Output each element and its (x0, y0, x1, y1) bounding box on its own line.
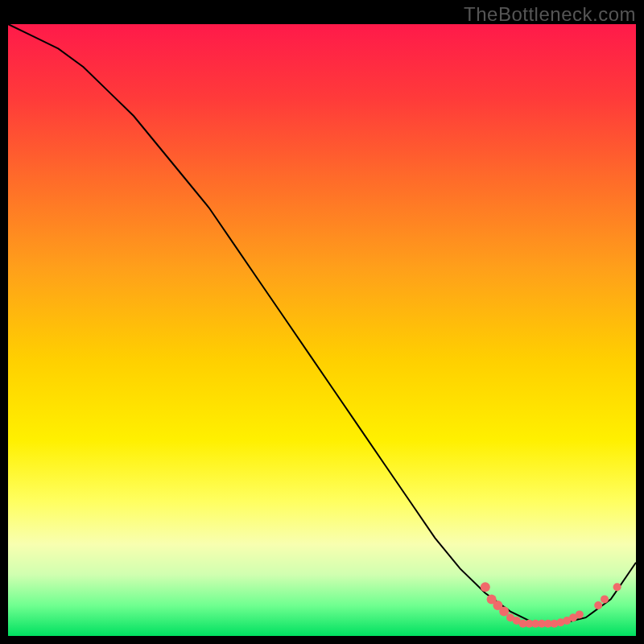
data-marker (576, 610, 584, 618)
data-marker (613, 583, 621, 591)
marker-group (481, 582, 621, 628)
curve-layer (8, 24, 636, 636)
data-marker (481, 582, 490, 592)
data-marker (594, 601, 602, 609)
main-curve (8, 24, 636, 624)
data-marker (601, 595, 609, 603)
watermark-text: TheBottleneck.com (464, 3, 636, 26)
